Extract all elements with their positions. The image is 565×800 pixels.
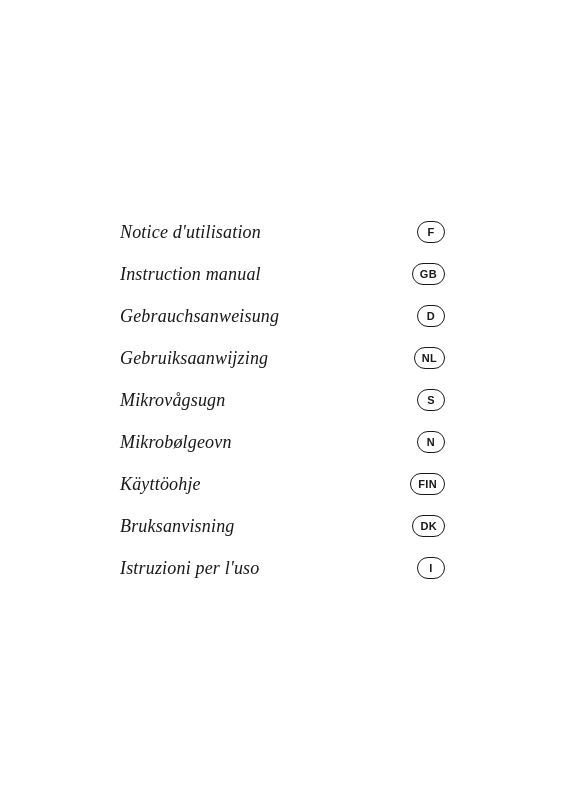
lang-badge: S	[417, 389, 445, 411]
manual-label: Instruction manual	[120, 264, 261, 285]
list-item: GebruiksaanwijzingNL	[120, 337, 445, 379]
lang-badge: FIN	[410, 473, 445, 495]
manual-label: Istruzioni per l'uso	[120, 558, 259, 579]
page-container: Notice d'utilisationFInstruction manualG…	[0, 0, 565, 800]
lang-badge: I	[417, 557, 445, 579]
manual-label: Bruksanvisning	[120, 516, 235, 537]
manual-label: Gebrauchsanweisung	[120, 306, 279, 327]
lang-badge: F	[417, 221, 445, 243]
lang-badge: N	[417, 431, 445, 453]
manual-label: Gebruiksaanwijzing	[120, 348, 268, 369]
manual-label: Mikrovågsugn	[120, 390, 225, 411]
manual-label: Käyttöohje	[120, 474, 201, 495]
list-item: Istruzioni per l'usoI	[120, 547, 445, 589]
lang-badge: GB	[412, 263, 445, 285]
manual-list: Notice d'utilisationFInstruction manualG…	[120, 211, 445, 589]
list-item: KäyttöohjeFIN	[120, 463, 445, 505]
lang-badge: DK	[412, 515, 445, 537]
list-item: MikrovågsugnS	[120, 379, 445, 421]
list-item: Notice d'utilisationF	[120, 211, 445, 253]
manual-label: Notice d'utilisation	[120, 222, 261, 243]
list-item: BruksanvisningDK	[120, 505, 445, 547]
lang-badge: D	[417, 305, 445, 327]
list-item: Instruction manualGB	[120, 253, 445, 295]
list-item: MikrobølgeovnN	[120, 421, 445, 463]
list-item: GebrauchsanweisungD	[120, 295, 445, 337]
manual-label: Mikrobølgeovn	[120, 432, 232, 453]
lang-badge: NL	[414, 347, 445, 369]
